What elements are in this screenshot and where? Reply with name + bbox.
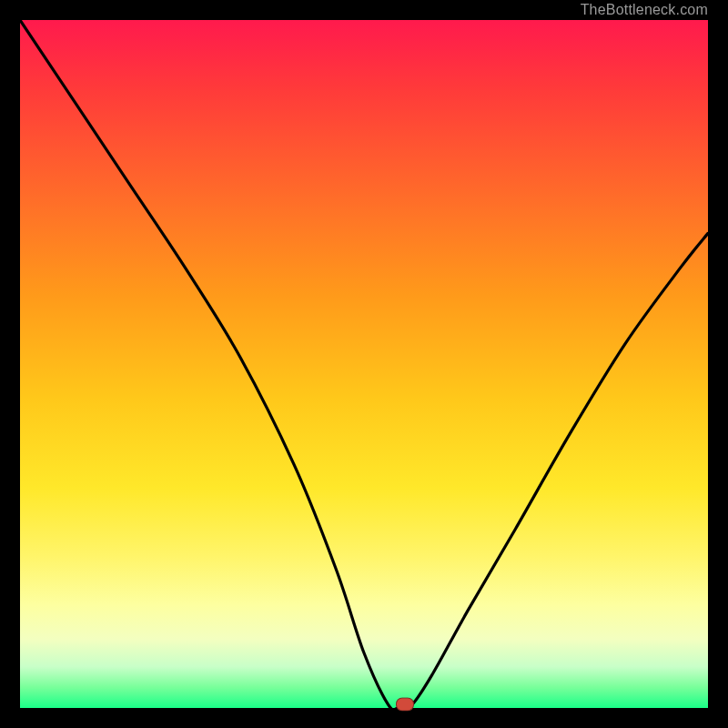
bottleneck-curve [20, 20, 708, 708]
plot-area [20, 20, 708, 708]
chart-frame: TheBottleneck.com [0, 0, 728, 728]
optimal-point-marker [396, 698, 414, 712]
watermark-label: TheBottleneck.com [581, 0, 708, 20]
